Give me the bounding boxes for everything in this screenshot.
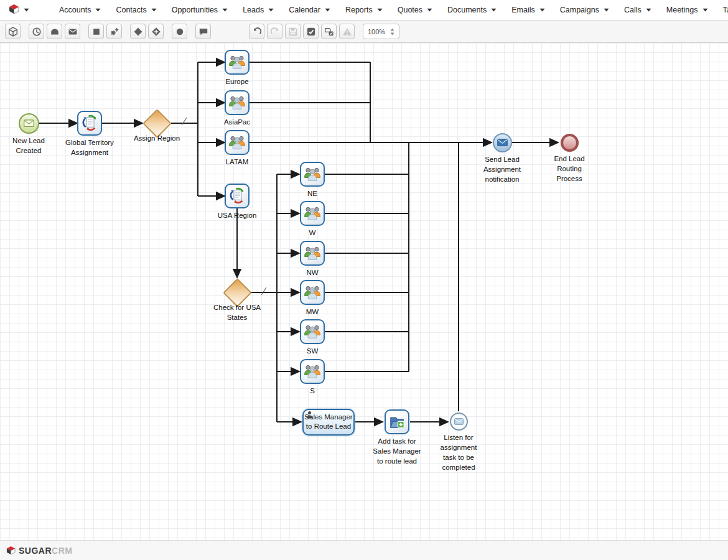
chevron-down-icon: [646, 8, 651, 12]
chevron-down-icon: [24, 8, 29, 12]
envelope-icon: [497, 139, 508, 147]
warning-icon: [342, 27, 352, 37]
default-flow-mark: [182, 118, 187, 125]
nav-item-reports[interactable]: Reports: [338, 0, 390, 20]
node-add-task-for-sales-manager[interactable]: [385, 409, 409, 434]
zoom-control[interactable]: 100%: [363, 24, 399, 39]
chevron-down-icon: [95, 8, 101, 12]
undo-button[interactable]: [249, 24, 264, 39]
node-w[interactable]: [300, 201, 325, 226]
diamond-plus-button[interactable]: [148, 24, 164, 39]
nav-item-contacts[interactable]: Contacts: [108, 0, 164, 20]
default-flow-mark: [261, 287, 266, 295]
circle-button[interactable]: [172, 24, 187, 39]
process-canvas[interactable]: New Lead CreatedGlobal Territory Assignm…: [0, 43, 728, 540]
chevron-down-icon: [491, 8, 497, 12]
clock-button[interactable]: [29, 24, 44, 39]
toolbar-group: [5, 24, 21, 39]
node-latam[interactable]: [225, 130, 250, 155]
nav-item-label: Leads: [243, 6, 264, 14]
node-send-lead-assignment-notification[interactable]: [493, 133, 512, 152]
node-usa-region[interactable]: [225, 184, 250, 208]
inbox-tray-button[interactable]: [47, 24, 62, 39]
nav-item-label: Accounts: [59, 6, 91, 14]
node-s[interactable]: [300, 359, 325, 384]
node-global-territory-assignment[interactable]: [77, 111, 102, 136]
nav-item-calls[interactable]: Calls: [617, 0, 659, 20]
nav-item-emails[interactable]: Emails: [504, 0, 553, 20]
nav-item-calendar[interactable]: Calendar: [281, 0, 338, 20]
node-end-lead-routing-process[interactable]: [561, 134, 579, 152]
circle-icon: [175, 27, 185, 37]
node-europe[interactable]: [225, 50, 250, 75]
nav-item-label: Reports: [345, 6, 373, 14]
speech-bubble-icon: [198, 27, 208, 37]
nav-item-quotes[interactable]: Quotes: [390, 0, 440, 20]
node-mw[interactable]: [300, 280, 325, 305]
cube-icon: [8, 27, 18, 37]
connector-layer: [0, 43, 728, 540]
save-button: [285, 24, 301, 39]
node-sw[interactable]: [300, 319, 325, 344]
node-sales-manager-to-route-lead[interactable]: Sales Manager to Route Lead: [302, 409, 355, 436]
navbar: AccountsContactsOpportunitiesLeadsCalend…: [0, 0, 728, 21]
envelope-button[interactable]: [65, 24, 80, 39]
checkbox-icon: [306, 27, 316, 37]
node-new-lead-created[interactable]: [19, 113, 39, 134]
nav-item-label: Calls: [624, 6, 642, 14]
app-menu-button[interactable]: [0, 0, 38, 20]
nav-item-label: Meetings: [666, 6, 698, 14]
square-button[interactable]: [88, 24, 104, 39]
toolbar-group: [249, 24, 355, 39]
sugarcrm-logo: SUGARCRM: [6, 545, 72, 556]
chevron-down-icon: [151, 8, 157, 12]
gears-icon: [110, 27, 119, 37]
redo-icon: [270, 27, 280, 37]
nav-item-campaigns[interactable]: Campaigns: [553, 0, 617, 20]
node-nw[interactable]: [300, 241, 325, 266]
diamond-button[interactable]: [130, 24, 146, 39]
people-group-icon: [228, 133, 246, 152]
person-icon: [306, 411, 314, 419]
business-rule-icon: [228, 187, 246, 205]
square-icon: [91, 27, 101, 37]
nav-item-accounts[interactable]: Accounts: [52, 0, 108, 20]
sugarcrm-cube-icon: [6, 546, 16, 555]
nav-item-opportunities[interactable]: Opportunities: [164, 0, 235, 20]
node-ne[interactable]: [300, 162, 325, 187]
envelope-icon: [454, 418, 464, 425]
nav-item-label: Calendar: [289, 6, 320, 14]
node-asiapac[interactable]: [225, 90, 250, 115]
node-listen-for-assignment-task[interactable]: [450, 413, 468, 431]
envelope-icon: [68, 27, 78, 37]
clock-icon: [32, 27, 42, 37]
gears-button[interactable]: [106, 24, 122, 39]
nav-item-meetings[interactable]: Meetings: [659, 0, 716, 20]
people-group-icon: [303, 204, 322, 223]
sugarcrm-cube-icon: [9, 4, 19, 17]
save-check-button[interactable]: [321, 24, 337, 39]
nav-item-documents[interactable]: Documents: [440, 0, 504, 20]
nav-item-tasks[interactable]: Tasks: [716, 0, 728, 20]
zoom-stepper-icon[interactable]: [390, 28, 394, 35]
nav-item-leads[interactable]: Leads: [235, 0, 281, 20]
people-group-icon: [228, 53, 246, 72]
nav-item-label: Contacts: [116, 6, 146, 14]
nav-item-label: Campaigns: [560, 6, 599, 14]
inbox-tray-icon: [50, 27, 60, 37]
checkbox-button[interactable]: [303, 24, 319, 39]
footer: SUGARCRM: [0, 540, 728, 560]
chevron-down-icon: [702, 8, 708, 12]
chevron-down-icon: [427, 8, 432, 12]
envelope-icon: [24, 119, 34, 128]
people-group-icon: [303, 362, 322, 381]
toolbar-group: [195, 24, 211, 39]
people-group-icon: [303, 165, 322, 184]
assigned-person-icon: [306, 411, 314, 421]
chevron-down-icon: [604, 8, 609, 12]
cube-button[interactable]: [5, 24, 21, 39]
toolbar-group: [172, 24, 187, 39]
speech-bubble-button[interactable]: [195, 24, 211, 39]
people-group-icon: [228, 93, 246, 112]
nav-item-label: Emails: [511, 6, 535, 14]
